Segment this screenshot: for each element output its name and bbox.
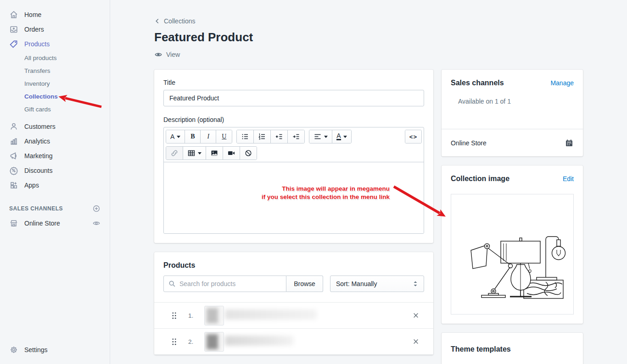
prohibit-icon [244, 149, 252, 157]
details-card: Title Description (optional) A [154, 70, 433, 243]
sidebar-item-analytics[interactable]: Analytics [0, 134, 110, 149]
edit-link[interactable]: Edit [563, 175, 574, 182]
drag-handle-icon[interactable] [172, 338, 177, 346]
sidebar-item-inventory[interactable]: Inventory [0, 77, 110, 90]
align-left-icon [314, 132, 322, 141]
title-label: Title [163, 79, 424, 86]
clear-formatting-button[interactable] [240, 147, 257, 160]
sidebar-item-discounts[interactable]: Discounts [0, 163, 110, 178]
search-products-input[interactable] [163, 276, 286, 292]
sidebar-item-label: Settings [24, 346, 48, 353]
sales-channels-label: SALES CHANNELS [9, 205, 63, 212]
close-icon [412, 312, 420, 319]
home-icon [9, 10, 18, 19]
view-link[interactable]: View [154, 50, 583, 59]
collection-image-card: Collection image Edit [442, 165, 583, 324]
sidebar-item-online-store[interactable]: Online Store [0, 216, 110, 231]
sidebar-item-label: Discounts [24, 167, 52, 174]
product-row-2: 2. [154, 329, 433, 355]
products-heading: Products [163, 261, 424, 270]
sidebar-item-transfers[interactable]: Transfers [0, 64, 110, 77]
chevron-down-icon [198, 152, 202, 154]
sidebar-item-gift-cards[interactable]: Gift cards [0, 103, 110, 116]
text-style-dropdown-button[interactable]: A [166, 130, 185, 143]
visibility-eye-icon[interactable] [92, 219, 101, 227]
code-view-button[interactable]: <> [405, 130, 421, 143]
sidebar-item-collections[interactable]: Collections [0, 90, 110, 103]
numbered-list-icon [258, 132, 266, 141]
align-dropdown-button[interactable] [309, 130, 332, 143]
link-button[interactable] [166, 147, 183, 160]
availability-text: Available on 1 of 1 [451, 98, 574, 105]
bold-label: B [190, 133, 195, 140]
page-title: Featured Product [154, 30, 583, 44]
breadcrumb[interactable]: Collections [154, 17, 583, 25]
numbered-list-button[interactable] [254, 130, 271, 143]
sidebar-item-customers[interactable]: Customers [0, 119, 110, 134]
collection-image-heading: Collection image [451, 175, 509, 183]
drag-handle-icon[interactable] [172, 312, 177, 320]
chevron-down-icon [343, 136, 347, 138]
sidebar-item-settings[interactable]: Settings [0, 342, 110, 364]
browse-button[interactable]: Browse [286, 276, 323, 292]
customers-icon [9, 122, 18, 131]
insert-image-button[interactable] [206, 147, 223, 160]
bullet-list-icon [241, 132, 249, 141]
chevron-down-icon [324, 136, 328, 138]
calendar-schedule-icon[interactable] [565, 138, 574, 148]
description-editing-area[interactable]: This image will appear in megamenu if yo… [164, 162, 424, 233]
sub-item-label: Inventory [24, 80, 50, 87]
remove-product-button[interactable] [410, 310, 421, 321]
manage-link[interactable]: Manage [550, 79, 574, 87]
bold-button[interactable]: B [185, 130, 201, 143]
sort-value: Sort: Manually [336, 280, 377, 287]
title-input[interactable] [163, 90, 424, 106]
sales-channels-header: SALES CHANNELS [0, 201, 110, 216]
sidebar-item-marketing[interactable]: Marketing [0, 149, 110, 163]
outdent-icon [275, 132, 283, 141]
discounts-icon [9, 166, 18, 175]
italic-button[interactable]: I [201, 130, 216, 143]
remove-product-button[interactable] [410, 336, 421, 347]
lamp-illustration [459, 206, 566, 303]
link-icon [170, 149, 179, 157]
underline-label: U [222, 133, 226, 140]
sub-item-label: All products [24, 55, 57, 61]
orders-icon [9, 25, 18, 34]
table-dropdown-button[interactable] [183, 147, 206, 160]
sidebar-item-orders[interactable]: Orders [0, 22, 110, 37]
sidebar-item-label: Marketing [24, 152, 52, 160]
apps-icon [9, 181, 18, 190]
storefront-icon [9, 219, 18, 228]
products-card: Products Browse S [154, 252, 433, 355]
sidebar-item-apps[interactable]: Apps [0, 178, 110, 193]
sales-channels-card: Sales channels Manage Available on 1 of … [442, 70, 583, 156]
product-row-1: 1. [154, 303, 433, 329]
sidebar-item-label: Analytics [24, 138, 50, 145]
indent-button[interactable] [288, 130, 304, 143]
sort-select[interactable]: Sort: Manually [330, 276, 424, 292]
underline-button[interactable]: U [216, 130, 232, 143]
annotation-line-2: if you select this collection in the men… [262, 193, 390, 201]
chevron-left-icon [154, 18, 161, 24]
outdent-button[interactable] [271, 130, 288, 143]
sub-item-label: Gift cards [24, 106, 51, 113]
bullet-list-button[interactable] [237, 130, 254, 143]
close-icon [412, 338, 420, 345]
add-channel-icon[interactable] [92, 204, 101, 213]
product-name-redacted [225, 309, 317, 320]
annotation-line-1: This image will appear in megamenu [262, 185, 390, 193]
product-name-redacted [225, 336, 294, 346]
theme-templates-card: Theme templates [442, 333, 583, 364]
search-icon [168, 280, 176, 288]
breadcrumb-label: Collections [164, 17, 195, 25]
view-label: View [166, 51, 180, 58]
text-color-button[interactable]: A [332, 130, 351, 143]
rich-text-editor: A B I U [163, 127, 424, 234]
insert-video-button[interactable] [223, 147, 240, 160]
description-label: Description (optional) [163, 116, 424, 123]
sidebar-item-products[interactable]: Products [0, 37, 110, 51]
sidebar-item-all-products[interactable]: All products [0, 51, 110, 64]
sidebar-item-home[interactable]: Home [0, 7, 110, 22]
text-style-label: A [170, 133, 174, 140]
